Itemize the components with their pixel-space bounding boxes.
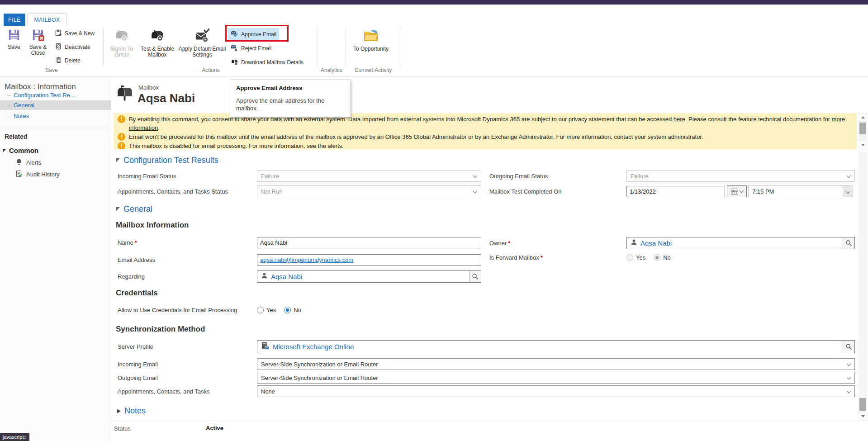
scrollbar-thumb[interactable] [859, 398, 866, 411]
person-icon [631, 239, 637, 247]
mailbox-gear-small-icon [231, 58, 238, 67]
section-notes[interactable]: Notes [117, 406, 146, 416]
test-completed-time-select[interactable]: 7:15 PM [748, 185, 853, 197]
sidebar-item-configuration-test-results[interactable]: Configuration Test Re... [14, 92, 75, 99]
field-mailbox-test-completed-on: Mailbox Test Completed On 7:15 PM [489, 185, 853, 197]
field-outgoing-email: Outgoing Email Server-Side Synchronizati… [118, 372, 855, 384]
section-configuration-test-results[interactable]: Configuration Test Results [116, 156, 218, 165]
test-enable-mailbox-button[interactable]: Test & Enable Mailbox [138, 28, 176, 58]
save-close-button[interactable]: Save & Close [25, 28, 51, 56]
radio-label-no: No [294, 307, 301, 313]
statusbar-link-hint: javascript:; [0, 433, 29, 441]
name-input[interactable] [257, 237, 481, 248]
forward-yes-radio[interactable] [626, 254, 633, 261]
deactivate-button[interactable]: Deactivate [52, 42, 93, 52]
save-new-button[interactable]: Save & New [52, 28, 97, 39]
mailbox-information-subheading: Mailbox Information [116, 221, 189, 230]
section-heading-label: Configuration Test Results [123, 156, 218, 165]
save-label: Save [8, 44, 20, 50]
appointments-status-select[interactable]: Not Run [257, 185, 481, 197]
field-incoming-email: Incoming Email Server-Side Synchronizati… [118, 358, 855, 370]
sidebar-item-general[interactable]: General [14, 102, 34, 109]
to-opportunity-button[interactable]: To Opportunity [353, 28, 389, 52]
scroll-down-button[interactable] [859, 141, 867, 149]
main-scrollbar[interactable] [859, 152, 867, 421]
sidebar-item-label: Configuration Test Re... [14, 92, 75, 99]
incoming-email-select[interactable]: Server-Side Synchronization or Email Rou… [257, 358, 855, 370]
chevron-down-icon [473, 189, 478, 194]
field-label: Name* [118, 239, 257, 246]
sidebar [0, 76, 111, 441]
record-title: Aqsa Nabi [138, 91, 195, 105]
section-general[interactable]: General [116, 204, 152, 214]
appointments-contacts-tasks-select[interactable]: None [257, 385, 855, 397]
scroll-up-button[interactable] [859, 113, 867, 122]
signin-gmail-button[interactable]: SignIn To Gmail [107, 28, 137, 58]
chevron-down-icon [847, 174, 851, 178]
notification-text-part: . [158, 124, 160, 131]
outgoing-email-status-select[interactable]: Failure [626, 170, 855, 182]
calendar-grid-icon [731, 189, 738, 194]
group-convert-label: Convert Activity [355, 67, 392, 73]
email-address-input[interactable] [257, 254, 481, 266]
credentials-yes-radio[interactable] [257, 307, 264, 313]
test-completed-date-input[interactable] [626, 186, 725, 197]
sidebar-item-audit-history[interactable]: Audit History [15, 170, 60, 179]
tab-mailbox[interactable]: MAILBOX [27, 13, 67, 26]
credentials-subheading: Credentials [116, 289, 158, 298]
approve-email-button[interactable]: Approve Email [228, 28, 279, 40]
field-regarding: Regarding Aqsa Nabi [118, 270, 481, 283]
sidebar-item-alerts[interactable]: Alerts [15, 158, 41, 167]
select-value: Server-Side Synchronization or Email Rou… [261, 375, 378, 381]
chevron-down-icon [847, 389, 851, 394]
server-profile-lookup-button[interactable] [843, 341, 854, 353]
credentials-no-radio[interactable] [284, 307, 291, 313]
scrollbar-thumb[interactable] [859, 123, 866, 134]
field-label: Mailbox Test Completed On [489, 188, 626, 195]
regarding-lookup-button[interactable] [469, 271, 481, 282]
save-icon [7, 28, 21, 43]
footer-divider [111, 420, 858, 420]
owner-lookup-button[interactable] [843, 237, 854, 249]
arrow-down-icon [861, 144, 865, 146]
field-incoming-email-status: Incoming Email Status Failure [118, 170, 481, 182]
save-button[interactable]: Save [4, 28, 24, 50]
field-label: Server Profile [118, 343, 257, 350]
regarding-lookup[interactable]: Aqsa Nabi [257, 270, 481, 283]
tab-file[interactable]: FILE [4, 14, 25, 26]
calendar-picker-button[interactable] [727, 185, 747, 197]
scroll-down-button[interactable] [859, 412, 867, 421]
ribbon-group-save: Save [4, 67, 100, 74]
record-entity-label: Mailbox [138, 84, 159, 91]
app-window: FILE MAILBOX Save Save & Close Save & Ne… [0, 0, 868, 441]
radio-label-yes: Yes [636, 254, 645, 261]
sidebar-item-notes[interactable]: Notes [14, 113, 29, 119]
delete-button[interactable]: Delete [52, 55, 83, 66]
owner-link[interactable]: Aqsa Nabi [640, 239, 840, 247]
save-close-label: Save & Close [25, 44, 51, 56]
banner-scrollbar[interactable] [859, 113, 867, 149]
footer-status-value: Active [206, 425, 223, 432]
server-profile-lookup[interactable]: Microsoft Exchange Online [257, 340, 855, 353]
required-asterisk: * [135, 239, 137, 246]
field-outgoing-email-status: Outgoing Email Status Failure [489, 170, 855, 182]
server-profile-link[interactable]: Microsoft Exchange Online [273, 343, 840, 351]
here-link[interactable]: here [674, 116, 685, 123]
field-label: Allow to Use Credentials for Email Proce… [118, 307, 257, 313]
owner-lookup[interactable]: Aqsa Nabi [626, 237, 855, 249]
regarding-link[interactable]: Aqsa Nabi [271, 273, 466, 280]
download-mailbox-details-button[interactable]: Download Mailbox Details [228, 57, 306, 68]
label-text: Owner [489, 240, 507, 247]
warning-icon: ! [118, 142, 125, 149]
apply-default-email-settings-button[interactable]: Apply Default Email Settings [177, 28, 227, 58]
tab-mailbox-label: MAILBOX [34, 17, 60, 23]
sidebar-alerts-label: Alerts [26, 159, 41, 166]
notification-text-part: . Please consult the feature technical d… [685, 116, 832, 123]
reject-email-button[interactable]: Reject Email [228, 43, 274, 54]
forward-no-radio[interactable] [654, 254, 660, 261]
sidebar-common-group[interactable]: Common [3, 147, 38, 154]
outgoing-email-select[interactable]: Server-Side Synchronization or Email Rou… [257, 372, 855, 384]
incoming-email-status-select[interactable]: Failure [257, 170, 481, 182]
apply-default-email-settings-label: Apply Default Email Settings [177, 46, 227, 58]
warning-icon: ! [118, 133, 125, 141]
